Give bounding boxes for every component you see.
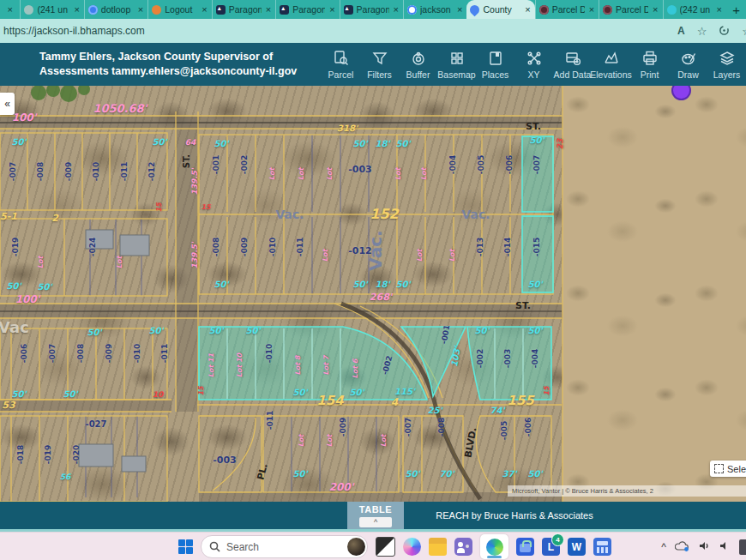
file-explorer-icon[interactable] — [429, 538, 447, 556]
table-panel-tab[interactable]: TABLE ^ — [347, 502, 404, 529]
toolbar-places-button[interactable]: Places — [476, 50, 514, 80]
tab-cut[interactable]: × — [0, 0, 20, 19]
map-label: 50' — [528, 280, 543, 289]
toolbar-filters-button[interactable]: Filters — [360, 50, 399, 80]
l-app-icon[interactable]: L 4 — [542, 538, 560, 556]
copilot-icon[interactable] — [403, 538, 421, 556]
new-tab-button[interactable]: + — [726, 0, 746, 19]
tab-label: dotloop — [101, 4, 134, 15]
tab-paragon-3[interactable]: Paragon× — [340, 0, 403, 19]
onedrive-cloud-icon[interactable] — [675, 540, 689, 553]
tab-parcel-d-1[interactable]: Parcel D× — [535, 0, 599, 19]
map-label: -005 — [478, 155, 485, 175]
toolbar-buffer-button[interactable]: Buffer — [399, 50, 437, 80]
map-viewport[interactable]: 1050.68'100'318'ST.2350'50'-007-008-009-… — [0, 86, 746, 502]
tab-242-unread[interactable]: (242 un× — [663, 0, 726, 19]
toolbar-elevations-button[interactable]: Elevations — [592, 50, 630, 80]
calculator-app-icon[interactable] — [593, 538, 611, 556]
read-aloud-icon[interactable]: A — [677, 26, 685, 36]
filter-icon — [371, 50, 388, 67]
tray-chevron-icon[interactable]: ^ — [661, 542, 666, 552]
panel-collapse-button[interactable]: « — [0, 93, 15, 115]
tab-close-icon[interactable]: × — [524, 4, 531, 15]
tab-parcel-d-2[interactable]: Parcel D× — [599, 0, 662, 19]
add-data-icon — [564, 50, 581, 67]
url-text[interactable]: https://jackson-il.bhamaps.com — [3, 25, 145, 37]
map-label: 50' — [528, 327, 543, 335]
tab-close-icon[interactable]: × — [73, 4, 80, 15]
tray-partial-icon[interactable] — [739, 539, 746, 555]
edge-browser-icon-active[interactable] — [480, 534, 508, 559]
reach-branding: REACH by Bruce Harris & Associates — [403, 502, 626, 529]
map-label: 50' — [353, 140, 368, 148]
tab-close-icon[interactable]: × — [137, 4, 144, 15]
map-label: 64 — [185, 139, 196, 147]
tab-close-icon[interactable]: × — [456, 4, 463, 15]
tab-close-icon[interactable]: × — [716, 4, 723, 15]
table-expand-button[interactable]: ^ — [359, 517, 392, 527]
toolbar-layers-button[interactable]: Layers — [707, 50, 746, 80]
tab-close-icon[interactable]: × — [328, 4, 335, 15]
map-label: 50' — [293, 388, 308, 397]
toolbar-basemap-button[interactable]: Basemap — [437, 50, 476, 80]
tab-241-unread[interactable]: (241 un× — [20, 0, 83, 19]
map-label: Lot — [381, 435, 388, 447]
extensions-icon[interactable] — [719, 25, 730, 38]
partial-edge-icon[interactable]: ☆ — [742, 26, 746, 37]
tab-close-icon[interactable]: × — [6, 4, 13, 15]
select-tool-button[interactable]: Select — [710, 461, 746, 477]
toolbar-parcel-button[interactable]: Parcel — [322, 50, 360, 80]
map-label: 50' — [406, 470, 420, 479]
tab-close-icon[interactable]: × — [393, 4, 400, 15]
toolbar-draw-button[interactable]: Draw — [669, 50, 707, 80]
tab-paragon-1[interactable]: Paragon× — [212, 0, 275, 19]
map-label: -006 — [506, 155, 514, 175]
store-app-icon[interactable] — [516, 538, 534, 556]
windows-taskbar: Search L 4 W ^ — [0, 532, 746, 560]
map-label: 50' — [528, 470, 543, 479]
map-label: 50' — [149, 327, 164, 335]
map-label: 318' — [337, 124, 358, 133]
network-speaker-icon[interactable] — [698, 540, 711, 553]
toolbar-print-button[interactable]: Print — [630, 50, 669, 80]
taskbar-search-box[interactable]: Search — [201, 535, 368, 558]
tab-favicon — [152, 5, 161, 15]
favorite-star-icon[interactable]: ☆ — [697, 26, 707, 37]
tab-close-icon[interactable]: × — [265, 4, 272, 15]
toolbar-xy-button[interactable]: XY — [514, 50, 553, 80]
map-label: 74' — [490, 406, 505, 415]
select-tool-label: Select — [727, 464, 746, 474]
map-label: Lot 6 — [352, 359, 359, 379]
tab-logout[interactable]: Logout× — [147, 0, 211, 19]
tab-close-icon[interactable]: × — [652, 4, 659, 15]
map-label: 155 — [507, 394, 533, 407]
volume-icon[interactable] — [719, 540, 731, 553]
table-panel-label[interactable]: TABLE — [347, 502, 404, 515]
map-label: 50' — [214, 280, 229, 289]
paragon-favicon — [216, 5, 226, 15]
start-button[interactable] — [178, 539, 193, 554]
people-app-icon[interactable] — [454, 538, 472, 556]
map-label: 50' — [214, 140, 229, 148]
tab-paragon-2[interactable]: Paragon× — [275, 0, 339, 19]
map-label: Vac. — [275, 208, 304, 220]
speaker-icon-svg — [698, 540, 711, 551]
word-app-icon[interactable]: W — [568, 538, 586, 556]
tab-jackson-search[interactable]: jackson× — [403, 0, 466, 19]
tab-close-icon[interactable]: × — [201, 4, 208, 15]
map-label: Lot — [298, 435, 305, 447]
task-view-icon[interactable] — [376, 537, 395, 557]
toolbar-label: Parcel — [328, 69, 354, 80]
tab-dotloop[interactable]: dotloop× — [84, 0, 147, 19]
map-label: -011 — [161, 344, 169, 364]
tab-county-active[interactable]: County× — [466, 0, 534, 19]
map-label: 5-1 — [0, 212, 17, 221]
toolbar-add-data-button[interactable]: Add Data — [553, 50, 592, 80]
map-label: -010 — [269, 238, 277, 257]
map-label: -018 — [17, 445, 25, 465]
map-label: 50' — [38, 283, 52, 292]
address-bar[interactable]: https://jackson-il.bhamaps.com A ☆ ☆ — [0, 19, 746, 43]
tab-close-icon[interactable]: × — [588, 4, 595, 15]
tab-favicon — [539, 5, 549, 15]
paragon-favicon — [280, 5, 289, 15]
